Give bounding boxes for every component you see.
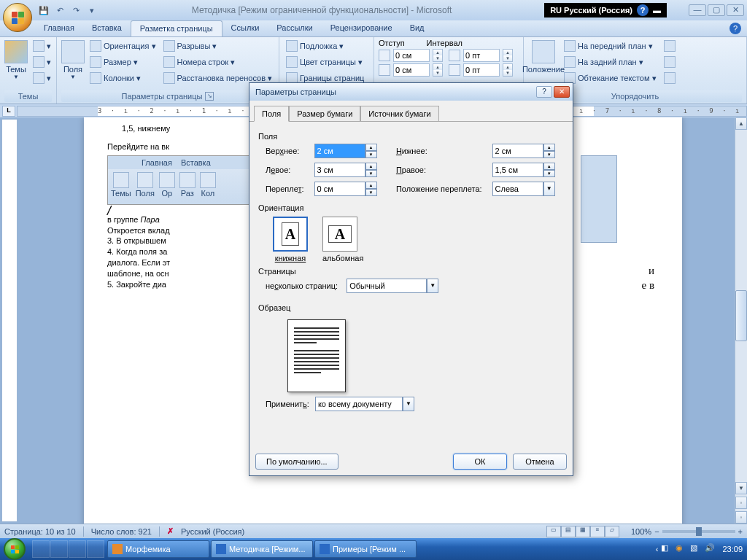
ql-icon[interactable] <box>50 540 68 558</box>
tab-references[interactable]: Ссылки <box>222 20 268 36</box>
space-after[interactable]: ▲▼ <box>449 63 513 77</box>
send-back-button[interactable]: На задний план ▾ <box>562 55 659 69</box>
indent-right[interactable]: ▲▼ <box>379 63 443 77</box>
ql-icon[interactable] <box>87 540 104 558</box>
save-icon[interactable]: 💾 <box>36 3 51 18</box>
ribbon-help-icon[interactable]: ? <box>729 23 741 34</box>
columns-button[interactable]: Колонки ▾ <box>88 71 158 85</box>
taskbar-item[interactable]: Примеры [Режим ... <box>314 540 417 558</box>
office-button[interactable] <box>3 3 32 32</box>
tray-expand-icon[interactable]: ‹ <box>656 545 659 553</box>
web-view[interactable]: ▦ <box>576 526 590 537</box>
theme-effects[interactable]: ▾ <box>31 71 53 85</box>
maximize-button[interactable]: ▢ <box>708 4 725 16</box>
wrap-button[interactable]: Обтекание текстом ▾ <box>562 71 659 85</box>
apply-to-select[interactable]: ▼ <box>315 397 414 411</box>
gutter-input[interactable]: ▲▼ <box>314 182 386 196</box>
right-margin-input[interactable]: ▲▼ <box>492 163 564 177</box>
ql-icon[interactable] <box>69 540 86 558</box>
lang-min-icon[interactable]: ▬ <box>653 6 661 15</box>
left-margin-input[interactable]: ▲▼ <box>314 163 386 177</box>
tab-review[interactable]: Рецензирование <box>322 20 401 36</box>
gutter-pos-select[interactable]: ▼ <box>492 182 564 196</box>
lang-help-icon[interactable]: ? <box>637 4 649 16</box>
tray-icon[interactable]: ◉ <box>676 543 687 555</box>
draft-view[interactable]: ▱ <box>605 526 619 537</box>
taskbar-item[interactable]: Методичка [Режим... <box>211 540 313 558</box>
line-numbers-button[interactable]: Номера строк ▾ <box>161 55 275 69</box>
theme-fonts[interactable]: ▾ <box>31 55 53 69</box>
landscape-option[interactable]: A альбомная <box>322 217 363 262</box>
breaks-button[interactable]: Разрывы ▾ <box>161 39 275 53</box>
redo-icon[interactable]: ↷ <box>69 3 83 18</box>
tab-home[interactable]: Главная <box>35 20 83 36</box>
tab-view[interactable]: Вид <box>401 20 433 36</box>
page-status[interactable]: Страница: 10 из 10 <box>4 527 76 536</box>
next-page-icon[interactable]: ◦ <box>735 511 747 524</box>
minimize-button[interactable]: — <box>689 4 706 16</box>
prev-page-icon[interactable]: ◦ <box>735 497 747 509</box>
size-button[interactable]: Размер ▾ <box>88 55 158 69</box>
volume-icon[interactable]: 🔊 <box>705 543 716 555</box>
dialog-tab-source[interactable]: Источник бумаги <box>360 106 438 122</box>
clock[interactable]: 23:09 <box>722 545 743 553</box>
orientation-button[interactable]: Ориентация ▾ <box>88 39 158 53</box>
dialog-titlebar[interactable]: Параметры страницы ? ✕ <box>249 83 573 101</box>
theme-colors[interactable]: ▾ <box>31 39 53 53</box>
language-bar[interactable]: RU Русский (Россия) ? ▬ <box>544 3 667 18</box>
scroll-thumb[interactable] <box>735 290 747 341</box>
position-button[interactable]: Положение <box>528 39 559 74</box>
close-button[interactable]: ✕ <box>727 4 744 16</box>
rotate-button[interactable] <box>662 71 678 85</box>
tab-insert[interactable]: Вставка <box>83 20 131 36</box>
ruler-corner[interactable]: L <box>2 106 15 117</box>
qat-customize-icon[interactable]: ▾ <box>85 3 99 18</box>
tab-mailings[interactable]: Рассылки <box>268 20 321 36</box>
outline-view[interactable]: ≡ <box>590 526 605 537</box>
taskbar-item[interactable]: Морфемика <box>107 540 209 558</box>
bottom-margin-input[interactable]: ▲▼ <box>492 144 564 158</box>
page-color-button[interactable]: Цвет страницы ▾ <box>284 55 366 69</box>
zoom-in[interactable]: + <box>738 527 743 536</box>
zoom-value[interactable]: 100% <box>631 527 651 536</box>
bring-front-button[interactable]: На передний план ▾ <box>562 39 659 53</box>
window-controls: — ▢ ✕ <box>689 4 744 16</box>
space-before[interactable]: ▲▼ <box>449 49 513 62</box>
tray-icon[interactable]: ◧ <box>661 543 673 555</box>
dialog-close-button[interactable]: ✕ <box>554 86 570 98</box>
language-status[interactable]: Русский (Россия) <box>181 527 244 536</box>
watermark-button[interactable]: Подложка ▾ <box>284 39 366 53</box>
top-margin-input[interactable]: ▲▼ <box>314 144 386 158</box>
word-count[interactable]: Число слов: 921 <box>91 527 152 536</box>
dialog-help-button[interactable]: ? <box>536 86 552 98</box>
margins-section-label: Поля <box>258 132 564 141</box>
dialog-tab-margins[interactable]: Поля <box>254 106 289 122</box>
group-button[interactable] <box>662 55 678 69</box>
scroll-up-icon[interactable]: ▲ <box>735 117 747 130</box>
page-setup-launcher[interactable]: ↘ <box>205 92 214 101</box>
fonts-icon <box>33 56 44 68</box>
indent-left[interactable]: ▲▼ <box>379 49 443 62</box>
tray-icon[interactable]: ▧ <box>690 543 702 555</box>
default-button[interactable]: По умолчанию... <box>255 454 338 470</box>
align-button[interactable] <box>662 39 678 53</box>
ok-button[interactable]: ОК <box>453 454 507 470</box>
dialog-tab-paper[interactable]: Размер бумаги <box>289 106 360 122</box>
themes-button[interactable]: Темы▼ <box>4 39 28 80</box>
zoom-out[interactable]: − <box>654 527 659 536</box>
tab-page-layout[interactable]: Разметка страницы <box>131 20 222 36</box>
spellcheck-icon[interactable]: ✗ <box>167 526 174 536</box>
scroll-down-icon[interactable]: ▼ <box>735 482 747 494</box>
margins-button[interactable]: Поля▼ <box>61 39 85 80</box>
vertical-scrollbar[interactable]: ▲ ▼ ◦ ◦ <box>735 117 747 524</box>
start-button[interactable] <box>0 538 29 560</box>
full-screen-view[interactable]: ▤ <box>561 526 576 537</box>
portrait-option[interactable]: A книжная <box>273 217 308 262</box>
cancel-button[interactable]: Отмена <box>513 454 567 470</box>
vertical-ruler[interactable] <box>1 119 18 522</box>
print-layout-view[interactable]: ▭ <box>546 526 561 537</box>
ql-icon[interactable] <box>32 540 50 558</box>
multi-pages-select[interactable]: ▼ <box>347 279 438 293</box>
undo-icon[interactable]: ↶ <box>53 3 67 18</box>
zoom-slider[interactable] <box>662 530 735 533</box>
